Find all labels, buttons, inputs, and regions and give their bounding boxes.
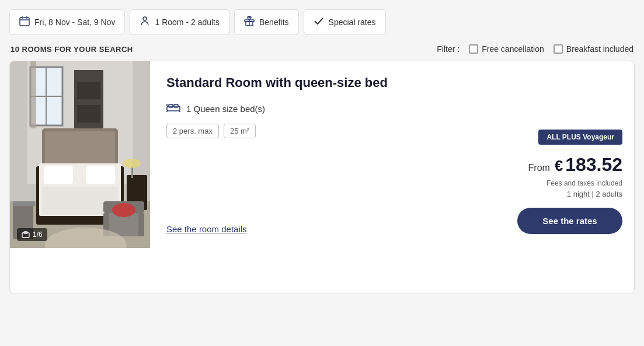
room-actions: See the room details [166,224,489,234]
filter-section: Filter : Free cancellation Breakfast inc… [437,44,633,54]
calendar-icon [19,16,30,29]
membership-badge: ALL PLUS Voyageur [538,130,622,145]
svg-rect-16 [77,82,100,99]
free-cancellation-checkbox[interactable] [469,44,478,54]
svg-rect-0 [20,18,29,26]
special-rates-pill[interactable]: Special rates [304,9,386,35]
price-block: From € 183.52 [528,154,622,176]
svg-point-28 [123,159,141,168]
image-counter: 1/6 [17,228,47,241]
svg-point-33 [112,203,135,217]
results-header: 10 ROOMS FOR YOUR SEARCH Filter : Free c… [9,44,635,54]
benefits-label: Benefits [259,18,289,27]
bed-info: 1 Queen size bed(s) [166,102,489,116]
free-cancellation-label: Free cancellation [482,44,544,54]
date-pill[interactable]: Fri, 8 Nov - Sat, 9 Nov [9,9,125,35]
room-tags: 2 pers. max 25 m² [166,124,489,138]
room-pill[interactable]: 1 Room - 2 adults [130,9,229,35]
benefits-pill[interactable]: Benefits [234,9,299,35]
tag-capacity: 2 pers. max [166,124,219,138]
filter-breakfast-included[interactable]: Breakfast included [554,44,633,54]
see-rates-button[interactable]: See the rates [517,208,622,234]
see-details-link[interactable]: See the room details [166,224,247,234]
bed-icon [166,102,180,116]
price-value: 183.52 [565,154,622,175]
price-currency: € [555,157,563,174]
results-count: 10 ROOMS FOR YOUR SEARCH [11,45,133,54]
room-card: 1/6 Standard Room with queen-size bed [9,61,635,294]
svg-rect-24 [86,166,115,184]
breakfast-included-label: Breakfast included [566,44,633,54]
breakfast-included-checkbox[interactable] [554,44,563,54]
price-note: Fees and taxes included [546,179,622,187]
gift-icon [244,16,255,29]
svg-rect-36 [13,201,35,206]
check-icon [314,16,324,29]
svg-rect-27 [131,166,133,178]
person-icon [140,16,150,29]
room-image-section: 1/6 [10,61,150,248]
room-details-section: Standard Room with queen-size bed 1 Quee… [150,61,506,248]
svg-rect-14 [30,61,36,128]
room-title: Standard Room with queen-size bed [166,75,489,90]
filter-label: Filter : [437,44,459,54]
filter-free-cancellation[interactable]: Free cancellation [469,44,544,54]
tag-size: 25 m² [224,124,256,138]
special-rates-label: Special rates [329,18,376,27]
svg-point-4 [143,17,147,20]
search-bar: Fri, 8 Nov - Sat, 9 Nov 1 Room - 2 adult… [9,9,635,35]
price-nights-adults: 1 night | 2 adults [567,190,622,198]
room-label: 1 Room - 2 adults [155,18,220,27]
pricing-section: ALL PLUS Voyageur From € 183.52 Fees and… [506,61,634,248]
svg-rect-17 [77,105,100,123]
price-from-label: From [528,163,550,173]
svg-rect-23 [44,166,73,184]
date-label: Fri, 8 Nov - Sat, 9 Nov [34,18,115,27]
bed-type: 1 Queen size bed(s) [186,104,265,114]
svg-rect-32 [138,213,144,236]
